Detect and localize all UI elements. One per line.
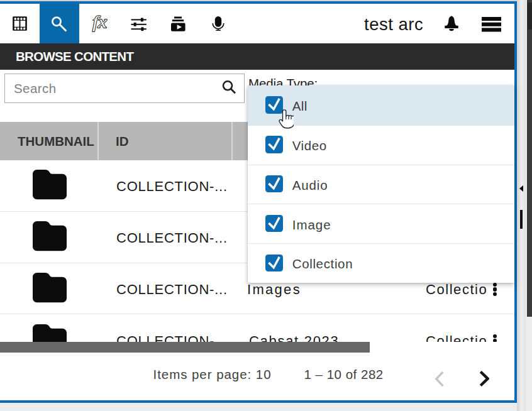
svg-text:fx: fx (92, 13, 108, 31)
